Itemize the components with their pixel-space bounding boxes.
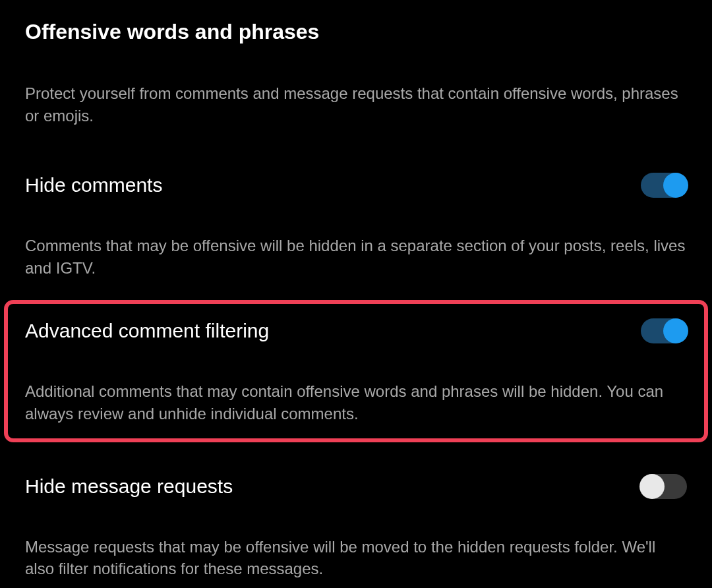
setting-label-advanced-filtering: Advanced comment filtering bbox=[25, 320, 269, 342]
setting-description-hide-comments: Comments that may be offensive will be h… bbox=[25, 235, 687, 279]
toggle-knob-icon bbox=[663, 173, 688, 198]
setting-row: Hide message requests bbox=[25, 474, 687, 499]
toggle-hide-messages[interactable] bbox=[641, 474, 687, 499]
setting-label-hide-messages: Hide message requests bbox=[25, 475, 233, 498]
setting-advanced-filtering-highlighted: Advanced comment filtering Additional co… bbox=[4, 300, 708, 442]
setting-hide-comments: Hide comments Comments that may be offen… bbox=[25, 173, 687, 279]
setting-hide-messages: Hide message requests Message requests t… bbox=[25, 474, 687, 580]
setting-description-hide-messages: Message requests that may be offensive w… bbox=[25, 536, 687, 580]
setting-row: Advanced comment filtering bbox=[25, 318, 687, 343]
toggle-knob-icon bbox=[639, 474, 665, 499]
toggle-knob-icon bbox=[663, 318, 688, 343]
section-subtitle: Protect yourself from comments and messa… bbox=[25, 82, 687, 127]
toggle-advanced-filtering[interactable] bbox=[641, 318, 687, 343]
toggle-hide-comments[interactable] bbox=[641, 173, 687, 198]
setting-row: Hide comments bbox=[25, 173, 687, 198]
setting-description-advanced-filtering: Additional comments that may contain off… bbox=[25, 380, 687, 425]
setting-label-hide-comments: Hide comments bbox=[25, 174, 162, 196]
section-title: Offensive words and phrases bbox=[25, 20, 687, 44]
